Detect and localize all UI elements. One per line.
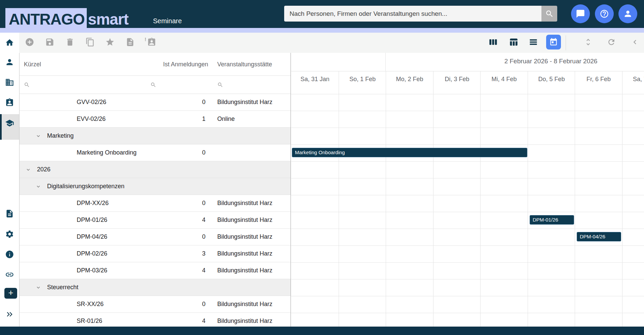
search-icon [545,9,554,18]
registration-count: 0 [202,301,205,308]
grid-row-line [291,94,644,94]
column-view-button[interactable] [489,37,498,47]
chevron-down-icon[interactable] [25,167,31,173]
venue: Bildungsinstitut Harz [217,99,272,106]
registration-count: 4 [202,317,205,325]
venue: Bildungsinstitut Harz [217,250,272,257]
venue: Bildungsinstitut Harz [217,200,272,207]
collapse-panel-button[interactable] [631,38,639,46]
seminar-code: SR-XX/26 [77,301,104,308]
day-header-label: Mi, 4 Feb [481,71,528,83]
save-button[interactable] [45,37,54,47]
global-search [284,6,557,22]
table-row[interactable]: DPM-01/264Bildungsinstitut Harz [20,212,291,229]
home-icon[interactable] [5,38,14,47]
group-row[interactable]: Steuerrecht [20,279,291,296]
chat-button[interactable] [571,4,590,23]
chevron-down-icon[interactable] [35,133,41,139]
document-icon[interactable] [5,209,14,218]
filter-search-icon[interactable] [150,82,156,88]
add-button[interactable] [25,37,34,47]
list-view-button[interactable] [529,37,538,47]
status-footer [0,327,644,335]
day-header-label: Fr, 6 Feb [575,71,622,83]
table-filter-row [20,76,291,94]
group-row[interactable]: Marketing [20,128,291,144]
day-column: Sa, 7 Feb [622,71,644,327]
registration-count: 0 [202,233,205,240]
toolbar: ! [19,33,644,53]
refresh-button[interactable] [607,38,616,46]
group-label: Steuerrecht [47,284,78,291]
table-row[interactable]: GVV-02/260Bildungsinstitut Harz [20,94,291,111]
copy-button[interactable] [85,37,95,47]
table-row[interactable]: DPM-04/260Bildungsinstitut Harz [20,229,291,245]
chevron-down-icon[interactable] [35,284,41,291]
registration-count: 4 [202,267,205,274]
venue: Bildungsinstitut Harz [217,267,272,274]
column-header-kuerzel[interactable]: Kürzel [24,61,41,68]
seminar-code: DPM-02/26 [77,250,107,257]
info-icon[interactable] [5,250,14,259]
grid-row-line [291,229,644,229]
add-module-button[interactable]: + [4,288,17,299]
seminar-code: SR-01/26 [77,317,102,325]
table-row[interactable]: DPM-02/263Bildungsinstitut Harz [20,245,291,262]
registration-count: 0 [202,200,205,207]
chevron-down-icon[interactable] [35,183,41,190]
seminar-table: Kürzel Ist Anmeldungen Veranstaltungsstä… [19,53,291,327]
link-icon[interactable] [5,270,14,279]
group-label: 2026 [37,166,50,173]
id-badge-icon[interactable] [5,98,14,107]
table-row[interactable]: SR-XX/260Bildungsinstitut Harz [20,296,291,313]
calendar-title: 2 Februar 2026 - 8 Februar 2026 [385,58,644,65]
search-input[interactable] [284,6,541,22]
person-icon[interactable] [5,58,14,67]
day-column: So, 1 Feb [339,71,386,327]
calendar-icon [549,38,558,46]
search-button[interactable] [541,6,557,22]
venue: Bildungsinstitut Harz [217,301,272,308]
gantt-bar[interactable]: DPM-04/26 [577,232,621,241]
grid-row-line [291,161,644,162]
double-chevron-right-icon[interactable] [5,310,14,319]
column-header-staette[interactable]: Veranstaltungsstätte [217,61,272,68]
table-row[interactable]: EVV-02/261Online [20,111,291,128]
calendar-view-button[interactable] [546,35,561,49]
help-button[interactable] [595,4,614,23]
registration-count: 1 [202,115,205,123]
gantt-bar[interactable]: DPM-01/26 [530,215,574,225]
filter-search-icon[interactable] [217,82,223,88]
id-badge-alert-button[interactable]: ! [147,37,156,47]
group-row[interactable]: 2026 [20,161,291,178]
registration-count: 4 [202,216,205,224]
grid-row-line [291,279,644,279]
group-row[interactable]: Digitalisierungskompetenzen [20,178,291,195]
calendar-panel: 2 Februar 2026 - 8 Februar 2026 Sa, 31 J… [291,53,644,327]
company-icon[interactable] [5,78,14,87]
day-column: Sa, 31 Jan [291,71,339,327]
seminar-code: DPM-04/26 [77,233,107,240]
table-row[interactable]: SR-01/264Bildungsinstitut Harz [20,313,291,327]
table-view-button[interactable] [509,37,518,47]
account-button[interactable] [618,4,637,23]
table-row[interactable]: DPM-03/264Bildungsinstitut Harz [20,262,291,279]
graduation-cap-icon[interactable] [5,119,14,128]
table-row[interactable]: DPM-XX/260Bildungsinstitut Harz [20,195,291,212]
day-column: Do, 5 Feb [528,71,575,327]
gantt-bar[interactable]: Marketing Onboarding [292,148,527,157]
table-row[interactable]: Marketing Onboarding0 [20,144,291,161]
grid-row-line [291,178,644,178]
file-button[interactable] [125,37,135,47]
favorite-button[interactable] [105,37,115,47]
unfold-rows-button[interactable] [584,38,593,46]
registration-count: 0 [202,99,205,106]
gear-icon[interactable] [5,230,14,239]
delete-button[interactable] [65,37,75,47]
day-column: Mo, 2 Feb [386,71,433,327]
grid-row-line [291,111,644,111]
filter-search-icon[interactable] [24,82,30,88]
venue: Online [217,115,235,123]
module-title: Seminare [153,17,182,25]
column-header-anmeldungen[interactable]: Ist Anmeldungen [163,61,208,68]
